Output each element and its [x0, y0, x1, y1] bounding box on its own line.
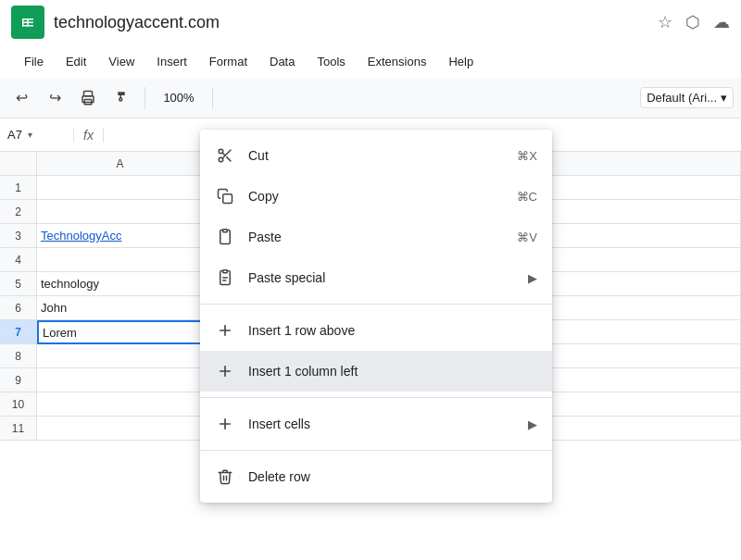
- menu-bar: File Edit View Insert Format Data Tools …: [0, 44, 741, 78]
- cell-a2[interactable]: [37, 200, 204, 224]
- cloud-icon[interactable]: ☁: [713, 12, 730, 32]
- svg-rect-14: [223, 194, 232, 204]
- row-header-1: 1: [0, 176, 37, 200]
- ctx-insert-cells[interactable]: Insert cells ▶: [200, 404, 552, 444]
- plus-row-icon: [215, 322, 235, 339]
- ctx-cut[interactable]: Cut ⌘X: [200, 135, 552, 176]
- paint-format-button[interactable]: [107, 84, 135, 112]
- ctx-paste-special[interactable]: Paste special ▶: [200, 257, 552, 298]
- row-header-8: 8: [0, 344, 37, 368]
- cell-ref-value: A7: [7, 128, 22, 142]
- copy-shortcut: ⌘C: [517, 190, 537, 204]
- cell-a7[interactable]: Lorem: [37, 320, 204, 344]
- menu-data[interactable]: Data: [260, 51, 304, 72]
- cell-a11[interactable]: [37, 417, 204, 441]
- font-name: Default (Ari...: [647, 91, 717, 105]
- scissors-icon: [215, 147, 235, 164]
- paste-shortcut: ⌘V: [517, 230, 537, 244]
- menu-extensions[interactable]: Extensions: [358, 51, 436, 72]
- row-header-6: 6: [0, 296, 37, 320]
- share-icon[interactable]: ⬡: [685, 12, 700, 32]
- row-header-3: 3: [0, 224, 37, 248]
- svg-rect-5: [27, 19, 29, 27]
- trash-icon: [215, 468, 235, 485]
- ctx-divider-2: [200, 397, 552, 398]
- cell-a10[interactable]: [37, 392, 204, 417]
- paste-label: Paste: [248, 230, 504, 244]
- row-header-5: 5: [0, 272, 37, 296]
- plus-col-icon: [215, 363, 235, 380]
- clipboard-icon: [215, 229, 235, 245]
- col-header-a[interactable]: A: [37, 152, 204, 176]
- menu-file[interactable]: File: [15, 51, 53, 72]
- app-logo: [11, 6, 44, 39]
- svg-rect-16: [223, 270, 228, 273]
- toolbar: ↩ ↪ 100% Default (Ari... ▾: [0, 78, 741, 118]
- cell-ref-dropdown-icon[interactable]: ▾: [28, 130, 32, 140]
- corner-header: [0, 152, 37, 176]
- zoom-level[interactable]: 100%: [155, 91, 203, 105]
- menu-help[interactable]: Help: [439, 51, 483, 72]
- cell-a4[interactable]: [37, 248, 204, 272]
- row-header-11: 11: [0, 417, 37, 441]
- svg-line-13: [222, 153, 225, 156]
- cell-a1[interactable]: [37, 176, 204, 200]
- ctx-divider-1: [200, 304, 552, 305]
- menu-format[interactable]: Format: [200, 51, 257, 72]
- window-title: technologyaccent.com: [54, 13, 648, 32]
- svg-rect-6: [84, 91, 93, 95]
- cell-a3[interactable]: TechnologyAcc: [37, 224, 204, 248]
- undo-button[interactable]: ↩: [7, 84, 35, 112]
- svg-rect-15: [223, 230, 228, 232]
- cut-shortcut: ⌘X: [517, 149, 537, 163]
- row-header-9: 9: [0, 368, 37, 392]
- fx-label: fx: [74, 128, 104, 143]
- copy-icon: [215, 188, 235, 205]
- row-header-10: 10: [0, 392, 37, 417]
- star-icon[interactable]: ☆: [658, 12, 672, 32]
- ctx-insert-col[interactable]: Insert 1 column left: [200, 351, 552, 392]
- plus-cells-icon: [215, 416, 235, 432]
- menu-view[interactable]: View: [99, 51, 144, 72]
- cell-reference[interactable]: A7 ▾: [0, 128, 74, 142]
- font-dropdown-arrow: ▾: [721, 91, 727, 105]
- paste-special-arrow: ▶: [528, 271, 537, 285]
- ctx-divider-3: [200, 450, 552, 451]
- print-button[interactable]: [74, 84, 102, 112]
- svg-line-12: [227, 157, 231, 161]
- ctx-delete-row[interactable]: Delete row: [200, 456, 552, 497]
- ctx-insert-row[interactable]: Insert 1 row above: [200, 310, 552, 351]
- cell-a8[interactable]: [37, 344, 204, 368]
- row-header-2: 2: [0, 200, 37, 224]
- context-menu: Cut ⌘X Copy ⌘C Paste ⌘V: [200, 130, 552, 503]
- cell-a9[interactable]: [37, 368, 204, 392]
- menu-insert[interactable]: Insert: [147, 51, 196, 72]
- menu-edit[interactable]: Edit: [57, 51, 95, 72]
- menu-tools[interactable]: Tools: [308, 51, 354, 72]
- insert-col-label: Insert 1 column left: [248, 364, 537, 379]
- ctx-copy[interactable]: Copy ⌘C: [200, 176, 552, 217]
- insert-cells-label: Insert cells: [248, 417, 515, 431]
- delete-row-label: Delete row: [248, 469, 537, 484]
- insert-cells-arrow: ▶: [528, 417, 537, 431]
- cell-a6[interactable]: John: [37, 296, 204, 320]
- toolbar-divider2: [212, 87, 213, 109]
- svg-rect-4: [22, 19, 24, 27]
- row-header-4: 4: [0, 248, 37, 272]
- copy-label: Copy: [248, 189, 504, 204]
- font-selector: Default (Ari... ▾: [640, 87, 734, 108]
- title-bar: technologyaccent.com ☆ ⬡ ☁: [0, 0, 741, 44]
- ctx-paste[interactable]: Paste ⌘V: [200, 217, 552, 257]
- toolbar-divider: [144, 87, 145, 109]
- font-dropdown[interactable]: Default (Ari... ▾: [640, 87, 734, 108]
- cut-label: Cut: [248, 148, 504, 163]
- insert-row-label: Insert 1 row above: [248, 323, 537, 338]
- redo-button[interactable]: ↪: [41, 84, 69, 112]
- cell-a5[interactable]: technology: [37, 272, 204, 296]
- clipboard-special-icon: [215, 269, 235, 286]
- row-header-7: 7: [0, 320, 37, 344]
- title-icons: ☆ ⬡ ☁: [658, 12, 730, 32]
- paste-special-label: Paste special: [248, 270, 515, 285]
